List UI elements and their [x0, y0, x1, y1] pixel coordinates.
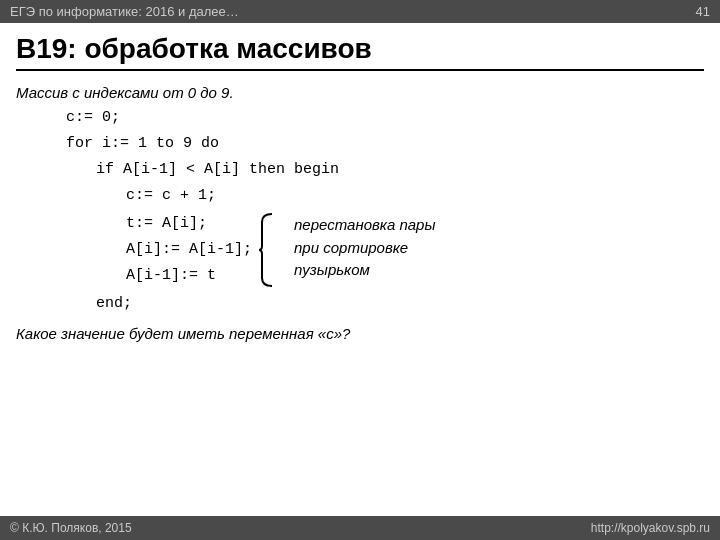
code-line-6: A[i]:= A[i-1]; — [16, 238, 252, 262]
footer-right-text: http://kpolyakov.spb.ru — [591, 521, 710, 535]
intro-text: Массив с индексами от 0 до 9. — [16, 81, 704, 104]
question-text: Какое значение будет иметь переменная «с… — [16, 322, 704, 345]
annotation-line3: пузырьком — [294, 259, 435, 282]
annotated-code-block: t:= A[i]; A[i]:= A[i-1]; A[i-1]:= t — [16, 210, 704, 290]
code-line-7: A[i-1]:= t — [16, 264, 252, 288]
code-line-2: for i:= 1 to 9 do — [16, 132, 704, 156]
footer-bar: © К.Ю. Поляков, 2015 http://kpolyakov.sp… — [0, 516, 720, 540]
code-line-4: c:= c + 1; — [16, 184, 704, 208]
brace-svg — [258, 212, 276, 288]
slide-title: В19: обработка массивов — [16, 33, 704, 71]
annotation-block: перестановка пары при сортировке пузырьк… — [294, 214, 435, 282]
slide-body: Массив с индексами от 0 до 9. c:= 0; for… — [16, 81, 704, 346]
curly-brace — [258, 212, 276, 288]
main-content: В19: обработка массивов Массив с индекса… — [0, 23, 720, 356]
annotated-code-lines: t:= A[i]; A[i]:= A[i-1]; A[i-1]:= t — [16, 210, 252, 290]
footer-left-text: © К.Ю. Поляков, 2015 — [10, 521, 132, 535]
annotation-line2: при сортировке — [294, 237, 435, 260]
header-left-text: ЕГЭ по информатике: 2016 и далее… — [10, 4, 239, 19]
code-line-8: end; — [16, 292, 704, 316]
header-bar: ЕГЭ по информатике: 2016 и далее… 41 — [0, 0, 720, 23]
code-line-3: if A[i-1] < A[i] then begin — [16, 158, 704, 182]
code-line-5: t:= A[i]; — [16, 212, 252, 236]
annotation-line1: перестановка пары — [294, 214, 435, 237]
code-line-1: c:= 0; — [16, 106, 704, 130]
header-right-text: 41 — [696, 4, 710, 19]
